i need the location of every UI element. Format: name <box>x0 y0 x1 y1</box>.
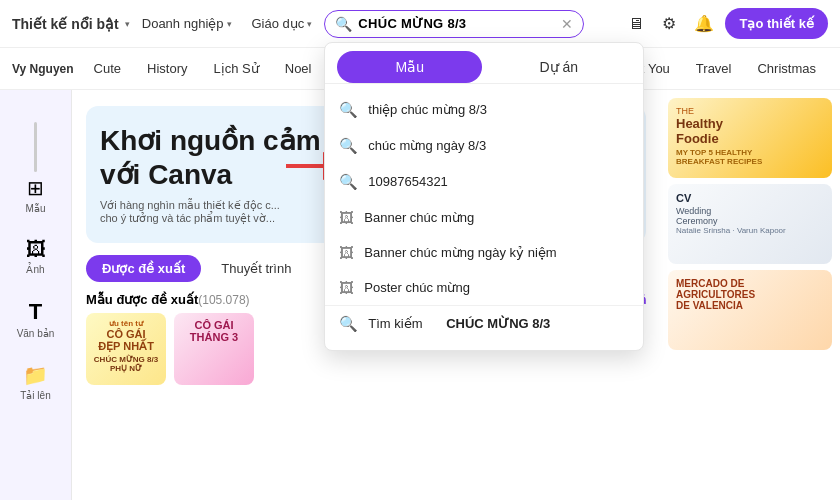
sidebar: ⊞ Mẫu 🖼 Ảnh T Văn bản 📁 Tải lên <box>0 90 72 500</box>
search-item-icon-3: 🔍 <box>339 173 358 191</box>
user-avatar: Vy Nguyen <box>12 62 74 76</box>
menu-chevron-2: ▾ <box>307 19 312 29</box>
dropdown-tabs: Mẫu Dự án <box>325 43 643 84</box>
sidebar-item-text[interactable]: T Văn bản <box>6 291 66 347</box>
menu-doanh-nghiep[interactable]: Doanh nghiệp ▾ <box>134 11 240 36</box>
suggestion-4[interactable]: 🖼 Banner chúc mừng <box>325 200 643 235</box>
search-icon: 🔍 <box>335 16 352 32</box>
scard-2[interactable]: CÔ GÁITHÁNG 3 <box>174 313 254 385</box>
photos-icon: 🖼 <box>26 238 46 261</box>
cat-tab-history[interactable]: History <box>135 56 199 81</box>
hero-subtitle: Với hàng nghìn mẫu thiết kế độc c... cho… <box>100 199 300 225</box>
suggested-title: Mẫu được đề xuất <box>86 292 198 307</box>
sidebar-label-text: Văn bản <box>17 328 55 339</box>
image-item-icon-5: 🖼 <box>339 244 354 261</box>
search-row-label: Tìm kiếm <box>368 316 422 331</box>
suggestion-6[interactable]: 🖼 Poster chúc mừng <box>325 270 643 305</box>
search-input[interactable] <box>358 16 555 31</box>
cat-tab-christmas[interactable]: Christmas <box>745 56 828 81</box>
tab-de-xuat[interactable]: Được đề xuất <box>86 255 201 282</box>
monitor-icon-btn[interactable]: 🖥 <box>621 8 651 40</box>
topnav: Thiết kế nổi bật ▾ Doanh nghiệp ▾ Giáo d… <box>0 0 840 48</box>
text-icon: T <box>29 299 42 325</box>
tab-thuyet-trinh[interactable]: Thuyết trình <box>205 255 307 282</box>
suggestion-text-6: Poster chúc mừng <box>364 280 629 295</box>
search-row-query: CHÚC MỪNG 8/3 <box>446 316 550 331</box>
tab-du-an[interactable]: Dự án <box>486 51 631 83</box>
right-card-2: CV WeddingCeremony Natalie Srinsha · Var… <box>668 184 832 264</box>
image-item-icon-4: 🖼 <box>339 209 354 226</box>
suggestion-text-2: chúc mừng ngày 8/3 <box>368 138 629 153</box>
menu-chevron-1: ▾ <box>227 19 232 29</box>
sidebar-item-photos[interactable]: 🖼 Ảnh <box>6 230 66 283</box>
brand-label: Thiết kế nổi bật <box>12 16 119 32</box>
sidebar-label-templates: Mẫu <box>26 203 46 214</box>
sidebar-item-templates[interactable]: ⊞ Mẫu <box>6 168 66 222</box>
suggestion-5[interactable]: 🖼 Banner chúc mừng ngày kỷ niệm <box>325 235 643 270</box>
search-clear-icon[interactable]: ✕ <box>561 17 573 31</box>
suggestion-text-5: Banner chúc mừng ngày kỷ niệm <box>364 245 629 260</box>
suggestion-3[interactable]: 🔍 10987654321 <box>325 164 643 200</box>
notification-icon-btn[interactable]: 🔔 <box>687 7 721 40</box>
search-bar: 🔍 ✕ <box>324 10 584 38</box>
image-item-icon-6: 🖼 <box>339 279 354 296</box>
search-item-icon-1: 🔍 <box>339 101 358 119</box>
sidebar-label-photos: Ảnh <box>26 264 44 275</box>
search-dropdown: Mẫu Dự án 🔍 thiệp chúc mừng 8/3 🔍 chúc m… <box>324 42 644 351</box>
cat-tab-cute[interactable]: Cute <box>82 56 133 81</box>
suggestion-1[interactable]: 🔍 thiệp chúc mừng 8/3 <box>325 92 643 128</box>
right-card-3: MERCADO DEAGRICULTORESDE VALENCIA <box>668 270 832 350</box>
top-icons: 🖥 ⚙ 🔔 <box>621 7 721 40</box>
cat-tab-travel[interactable]: Travel <box>684 56 744 81</box>
brand-chevron: ▾ <box>125 19 130 29</box>
suggestion-text-3: 10987654321 <box>368 174 629 189</box>
templates-icon: ⊞ <box>27 176 44 200</box>
cat-tab-lich-su[interactable]: Lịch Sử <box>202 56 271 81</box>
search-item-icon-2: 🔍 <box>339 137 358 155</box>
full-search-row[interactable]: 🔍 Tìm kiếm CHÚC MỪNG 8/3 <box>325 305 643 342</box>
upload-icon: 📁 <box>23 363 48 387</box>
sidebar-item-upload[interactable]: 📁 Tải lên <box>6 355 66 409</box>
sidebar-label-upload: Tải lên <box>20 390 50 401</box>
create-button[interactable]: Tạo thiết kế <box>725 8 828 39</box>
settings-icon-btn[interactable]: ⚙ <box>655 7 683 40</box>
scard-1[interactable]: ưu tên tư CÔ GÁIĐẸP NHẤT CHÚC MỪNG 8/3 P… <box>86 313 166 385</box>
search-container: 🔍 ✕ Mẫu Dự án 🔍 thiệp chúc mừng 8/3 🔍 ch… <box>324 10 584 38</box>
right-card-1: THE HealthyFoodie MY TOP 5 HEALTHYBREAKF… <box>668 98 832 178</box>
scrollbar-indicator <box>34 122 37 172</box>
suggestion-text-1: thiệp chúc mừng 8/3 <box>368 102 629 117</box>
suggested-count: (105.078) <box>198 293 249 307</box>
suggestion-text-4: Banner chúc mừng <box>364 210 629 225</box>
menu-giao-duc[interactable]: Giáo dục ▾ <box>244 11 321 36</box>
right-cards-panel: THE HealthyFoodie MY TOP 5 HEALTHYBREAKF… <box>660 90 840 500</box>
dropdown-list: 🔍 thiệp chúc mừng 8/3 🔍 chúc mừng ngày 8… <box>325 84 643 350</box>
cat-tab-noel[interactable]: Noel <box>273 56 324 81</box>
search-row-icon: 🔍 <box>339 315 358 333</box>
tab-mau[interactable]: Mẫu <box>337 51 482 83</box>
suggestion-2[interactable]: 🔍 chúc mừng ngày 8/3 <box>325 128 643 164</box>
